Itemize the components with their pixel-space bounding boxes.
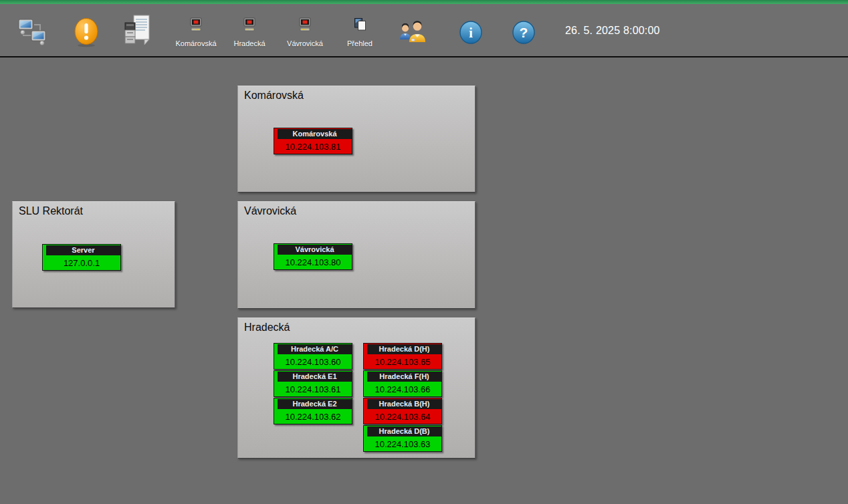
node-column: Hradecká A/C10.224.103.60Hradecká E110.2…: [274, 343, 354, 425]
help-button[interactable]: ?: [512, 21, 535, 44]
station-button-komarovska[interactable]: Komárovská: [169, 17, 223, 48]
panel-title: SLU Rektorát: [19, 205, 83, 217]
report-icon: [123, 14, 151, 46]
panel-title: Komárovská: [244, 90, 304, 102]
device-node[interactable]: Hradecká F(H)10.224.103.66: [363, 370, 442, 397]
device-node-ip: 10.224.103.80: [274, 255, 352, 269]
panel-title: Vávrovická: [244, 205, 296, 217]
device-node-name: Vávrovická: [278, 245, 352, 255]
device-node-ip: 10.224.103.64: [364, 410, 441, 424]
users-button[interactable]: [398, 18, 429, 46]
device-node-ip: 10.224.103.60: [274, 355, 352, 369]
device-node[interactable]: Hradecká D(B)10.224.103.63: [363, 425, 442, 452]
device-node-name: Hradecká F(H): [367, 372, 441, 382]
toolbar: Komárovská Hradecká Vávrovická: [0, 4, 848, 57]
svg-text:?: ?: [520, 25, 528, 40]
station-button-label: Hradecká: [233, 39, 265, 48]
panel-vavrovicka: Vávrovická Vávrovická10.224.103.80: [237, 201, 475, 309]
node-column: Server127.0.0.1: [42, 244, 122, 271]
device-node-name: Server: [46, 245, 120, 255]
device-node-ip: 127.0.0.1: [43, 256, 120, 270]
panel-title: Hradecká: [244, 322, 290, 334]
help-icon: ?: [512, 21, 535, 44]
device-node[interactable]: Vávrovická10.224.103.80: [274, 243, 352, 270]
info-button[interactable]: i: [459, 21, 482, 44]
device-node-name: Hradecká E1: [278, 372, 352, 382]
station-button-vavrovicka[interactable]: Vávrovická: [279, 17, 331, 48]
device-node-name: Hradecká D(B): [367, 426, 441, 436]
station-button-label: Vávrovická: [287, 39, 323, 48]
device-node-ip: 10.224.103.63: [364, 437, 441, 451]
alerts-button[interactable]: [74, 17, 99, 48]
device-node-ip: 10.224.103.61: [274, 382, 352, 396]
station-button-label: Komárovská: [175, 39, 216, 48]
node-column: Hradecká D(H)10.224.103.65Hradecká F(H)1…: [363, 343, 443, 453]
device-node-name: Komárovská: [278, 129, 352, 139]
station-button-hradecka[interactable]: Hradecká: [226, 17, 273, 48]
main-canvas: Komárovská Komárovská10.224.103.81 SLU R…: [0, 59, 848, 504]
network-button[interactable]: [17, 17, 47, 46]
alert-icon: [74, 17, 99, 48]
device-node[interactable]: Komárovská10.224.103.81: [274, 128, 352, 154]
device-node-ip: 10.224.103.65: [364, 355, 441, 369]
device-node-name: Hradecká E2: [278, 399, 352, 409]
device-node-ip: 10.224.103.62: [274, 410, 352, 424]
scada-screen: Komárovská Hradecká Vávrovická: [0, 0, 848, 504]
device-node-name: Hradecká D(H): [367, 344, 441, 354]
overview-button[interactable]: Přehled: [340, 17, 380, 48]
svg-text:i: i: [469, 25, 473, 40]
info-icon: i: [459, 21, 482, 44]
pages-icon: [353, 17, 367, 31]
datetime-display: 26. 5. 2025 8:00:00: [565, 25, 660, 37]
device-node[interactable]: Hradecká B(H)10.224.103.64: [363, 398, 442, 424]
users-icon: [398, 18, 429, 46]
device-node[interactable]: Hradecká D(H)10.224.103.65: [363, 343, 442, 370]
station-button-label: Přehled: [347, 39, 373, 48]
monitor-icon: [242, 17, 257, 31]
panel-slu-rektorat: SLU Rektorát Server127.0.0.1: [12, 201, 175, 308]
network-icon: [17, 17, 47, 46]
monitor-icon: [298, 17, 312, 31]
device-node[interactable]: Server127.0.0.1: [42, 244, 121, 271]
node-column: Vávrovická10.224.103.80: [274, 243, 354, 271]
device-node-name: Hradecká B(H): [367, 399, 441, 409]
panel-komarovska: Komárovská Komárovská10.224.103.81: [237, 86, 475, 193]
device-node[interactable]: Hradecká A/C10.224.103.60: [274, 343, 352, 370]
report-button[interactable]: [123, 14, 151, 46]
panel-hradecka: Hradecká Hradecká A/C10.224.103.60Hradec…: [237, 318, 475, 459]
device-node-ip: 10.224.103.66: [364, 382, 441, 396]
device-node-name: Hradecká A/C: [278, 344, 352, 354]
node-column: Komárovská10.224.103.81: [274, 128, 354, 155]
device-node[interactable]: Hradecká E210.224.103.62: [274, 398, 352, 424]
monitor-icon: [189, 17, 203, 31]
device-node[interactable]: Hradecká E110.224.103.61: [274, 370, 352, 397]
device-node-ip: 10.224.103.81: [274, 140, 352, 154]
